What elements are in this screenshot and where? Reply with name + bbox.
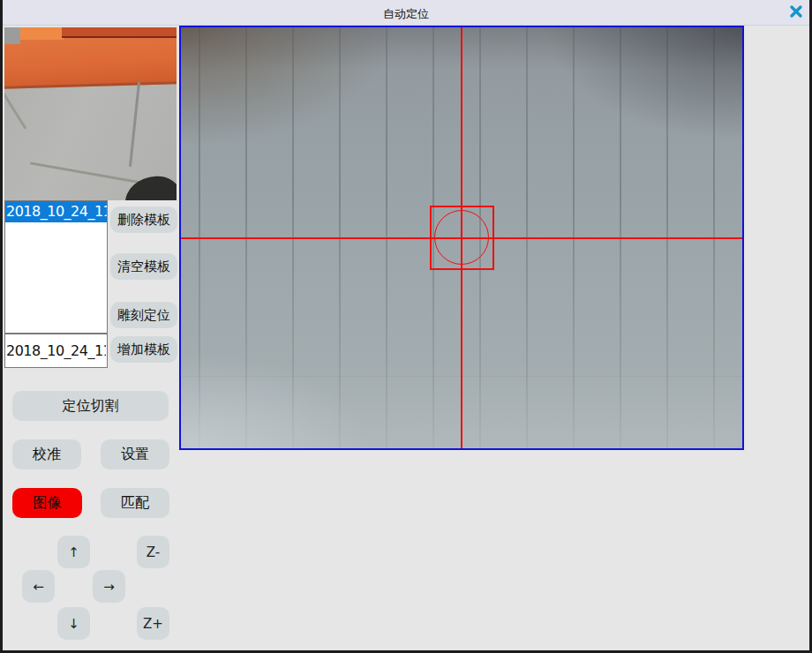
clear-templates-button[interactable]: 清空模板 <box>110 253 177 280</box>
jog-z-plus-button[interactable]: Z+ <box>137 607 169 640</box>
close-icon <box>789 4 803 22</box>
jog-up-button[interactable]: ↑ <box>57 536 90 568</box>
camera-vignette <box>181 27 742 448</box>
preview-orange-beam <box>4 33 177 89</box>
image-button-active[interactable]: 图像 <box>12 488 82 518</box>
template-preview-image <box>4 27 177 200</box>
match-button[interactable]: 匹配 <box>101 488 169 518</box>
preview-tile-line <box>4 86 26 129</box>
jog-right-button[interactable]: → <box>93 570 125 603</box>
jog-left-button[interactable]: ← <box>22 570 55 603</box>
match-region-circle <box>434 210 489 265</box>
preview-orange-block <box>20 27 64 40</box>
preview-dark-object <box>124 175 177 200</box>
jog-z-minus-button[interactable]: Z- <box>137 536 169 568</box>
engrave-position-button[interactable]: 雕刻定位 <box>110 302 177 328</box>
camera-seam-line <box>181 376 742 377</box>
template-name-field[interactable] <box>4 334 108 368</box>
crosshair-horizontal-line <box>181 237 742 239</box>
match-region-square <box>430 206 494 270</box>
title-bar: 自动定位 <box>0 0 812 26</box>
auto-position-dialog: 自动定位 2018_10_24_11 删除模板 清空模板 雕刻定位 增加模板 定… <box>0 0 812 653</box>
template-list-item[interactable]: 2018_10_24_11 <box>5 201 107 222</box>
add-template-button[interactable]: 增加模板 <box>110 336 177 363</box>
crosshair-vertical-line <box>461 27 462 448</box>
preview-gray-block <box>4 27 20 44</box>
delete-template-button[interactable]: 删除模板 <box>110 206 177 233</box>
preview-red-strip <box>62 27 177 38</box>
position-cut-button[interactable]: 定位切割 <box>12 391 169 421</box>
calibrate-button[interactable]: 校准 <box>12 439 81 469</box>
camera-ceiling-lines <box>181 27 742 448</box>
preview-tile-line <box>129 82 140 167</box>
jog-down-button[interactable]: ↓ <box>57 607 90 640</box>
camera-view[interactable] <box>179 26 744 450</box>
dialog-title: 自动定位 <box>0 6 812 22</box>
close-button[interactable] <box>787 4 805 22</box>
settings-button[interactable]: 设置 <box>101 439 169 469</box>
template-list[interactable]: 2018_10_24_11 <box>4 200 108 334</box>
